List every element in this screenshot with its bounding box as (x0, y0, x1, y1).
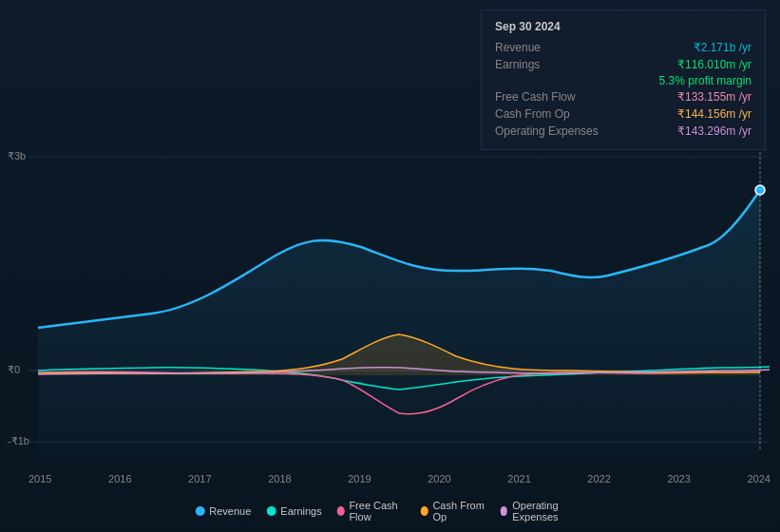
x-label-2016: 2016 (108, 473, 131, 484)
tooltip-row-revenue: Revenue ₹2.171b /yr (495, 39, 751, 56)
y-axis-mid: ₹0 (8, 364, 20, 376)
tooltip-value-opex: ₹143.296m /yr (677, 124, 751, 138)
tooltip-value-fcf: ₹133.155m /yr (677, 90, 751, 104)
legend-dot-revenue (195, 506, 204, 516)
legend-label-fcf: Free Cash Flow (349, 500, 405, 522)
x-label-2024: 2024 (747, 473, 770, 484)
tooltip-row-opex: Operating Expenses ₹143.296m /yr (495, 123, 751, 140)
x-label-2019: 2019 (348, 473, 371, 484)
profit-margin-row: 5.3% profit margin (495, 73, 751, 88)
legend-dot-earnings (266, 506, 276, 516)
x-label-2020: 2020 (428, 473, 450, 484)
legend-item-fcf[interactable]: Free Cash Flow (337, 500, 406, 522)
tooltip-label-fcf: Free Cash Flow (495, 90, 609, 104)
legend-dot-opex (501, 506, 508, 516)
x-label-2018: 2018 (268, 473, 291, 484)
chart-container: ₹3b ₹0 -₹1b 2015 2016 2017 2018 2019 202… (0, 0, 780, 532)
legend-label-earnings: Earnings (280, 505, 321, 517)
legend-label-cashfromop: Cash From Op (432, 500, 485, 522)
legend-item-opex[interactable]: Operating Expenses (501, 500, 585, 522)
svg-point-5 (755, 185, 765, 195)
legend-dot-cashfromop (421, 506, 428, 516)
tooltip-row-cashfromop: Cash From Op ₹144.156m /yr (495, 105, 751, 123)
x-label-2023: 2023 (667, 473, 690, 484)
y-axis-bottom: -₹1b (8, 435, 29, 447)
legend-item-earnings[interactable]: Earnings (266, 505, 321, 517)
x-label-2017: 2017 (188, 473, 211, 484)
y-axis-top: ₹3b (8, 150, 26, 162)
tooltip-date: Sep 30 2024 (495, 20, 751, 33)
x-axis: 2015 2016 2017 2018 2019 2020 2021 2022 … (29, 473, 770, 484)
tooltip-value-earnings: ₹116.010m /yr (677, 58, 751, 71)
x-label-2015: 2015 (29, 473, 51, 484)
x-label-2022: 2022 (587, 473, 610, 484)
tooltip-label-opex: Operating Expenses (495, 124, 609, 138)
legend: Revenue Earnings Free Cash Flow Cash Fro… (195, 500, 585, 522)
tooltip-value-revenue: ₹2.171b /yr (694, 41, 751, 54)
profit-margin-text: 5.3% profit margin (659, 74, 751, 87)
legend-label-opex: Operating Expenses (512, 500, 585, 522)
tooltip-row-fcf: Free Cash Flow ₹133.155m /yr (495, 88, 751, 105)
tooltip-label-revenue: Revenue (495, 41, 609, 54)
legend-item-cashfromop[interactable]: Cash From Op (421, 500, 485, 522)
tooltip-label-earnings: Earnings (495, 58, 609, 71)
tooltip-card: Sep 30 2024 Revenue ₹2.171b /yr Earnings… (481, 10, 766, 150)
legend-label-revenue: Revenue (209, 505, 251, 517)
legend-item-revenue[interactable]: Revenue (195, 505, 251, 517)
tooltip-value-cashfromop: ₹144.156m /yr (677, 107, 751, 121)
tooltip-row-earnings: Earnings ₹116.010m /yr (495, 56, 751, 73)
legend-dot-fcf (337, 506, 345, 516)
x-label-2021: 2021 (507, 473, 530, 484)
tooltip-label-cashfromop: Cash From Op (495, 107, 609, 121)
